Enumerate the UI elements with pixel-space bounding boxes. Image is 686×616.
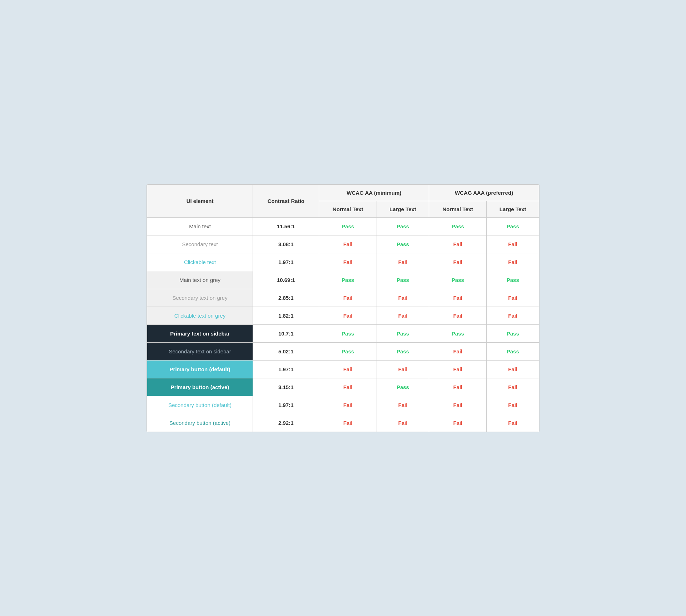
aaa-normal-cell: Fail [429,360,487,378]
aa-large-cell: Pass [377,342,429,360]
aa-large-cell: Fail [377,414,429,432]
aa-normal-cell: Pass [319,342,377,360]
aaa-normal-cell: Fail [429,342,487,360]
aaa-large-cell: Pass [487,324,539,342]
wcag-aaa-col-header: WCAG AAA (preferred) [429,184,539,201]
contrast-ratio-cell: 11.56:1 [253,217,319,235]
table-row: Secondary button (active) 2.92:1 Fail Fa… [147,414,539,432]
aaa-large-cell: Fail [487,235,539,253]
aaa-normal-cell: Pass [429,217,487,235]
table-row: Secondary text 3.08:1 Fail Pass Fail Fai… [147,235,539,253]
ui-element-cell: Secondary button (default) [147,396,253,414]
aaa-large-text-header: Large Text [487,201,539,217]
aaa-normal-cell: Pass [429,324,487,342]
table-row: Main text on grey 10.69:1 Pass Pass Pass… [147,271,539,289]
contrast-table: UI element Contrast Ratio WCAG AA (minim… [147,184,539,432]
ui-element-cell: Secondary text on sidebar [147,342,253,360]
contrast-ratio-cell: 5.02:1 [253,342,319,360]
contrast-ratio-cell: 1.97:1 [253,253,319,271]
table-row: Primary button (active) 3.15:1 Fail Pass… [147,378,539,396]
aaa-normal-cell: Fail [429,307,487,324]
aa-large-cell: Fail [377,360,429,378]
aaa-normal-cell: Pass [429,271,487,289]
aa-normal-cell: Pass [319,217,377,235]
aa-normal-cell: Pass [319,324,377,342]
contrast-ratio-cell: 1.82:1 [253,307,319,324]
aa-large-cell: Pass [377,217,429,235]
aa-large-cell: Fail [377,307,429,324]
aa-normal-text-header: Normal Text [319,201,377,217]
contrast-table-container: UI element Contrast Ratio WCAG AA (minim… [146,184,540,432]
contrast-ratio-cell: 10.69:1 [253,271,319,289]
aa-large-cell: Fail [377,253,429,271]
ui-element-col-header: UI element [147,184,253,217]
table-row: Secondary button (default) 1.97:1 Fail F… [147,396,539,414]
table-row: Main text 11.56:1 Pass Pass Pass Pass [147,217,539,235]
wcag-aa-col-header: WCAG AA (minimum) [319,184,429,201]
contrast-ratio-cell: 2.85:1 [253,289,319,307]
aa-normal-cell: Fail [319,235,377,253]
aa-large-text-header: Large Text [377,201,429,217]
aa-large-cell: Pass [377,271,429,289]
aa-large-cell: Fail [377,396,429,414]
aa-normal-cell: Fail [319,289,377,307]
table-row: Primary text on sidebar 10.7:1 Pass Pass… [147,324,539,342]
aaa-normal-text-header: Normal Text [429,201,487,217]
ui-element-cell: Primary button (default) [147,360,253,378]
ui-element-cell: Main text [147,217,253,235]
aaa-large-cell: Fail [487,307,539,324]
contrast-ratio-col-header: Contrast Ratio [253,184,319,217]
ui-element-cell: Secondary button (active) [147,414,253,432]
aa-normal-cell: Fail [319,378,377,396]
aa-normal-cell: Fail [319,307,377,324]
aaa-normal-cell: Fail [429,378,487,396]
aaa-large-cell: Fail [487,396,539,414]
aaa-large-cell: Fail [487,253,539,271]
ui-element-cell: Secondary text on grey [147,289,253,307]
aa-normal-cell: Pass [319,271,377,289]
ui-element-cell: Secondary text [147,235,253,253]
aaa-large-cell: Pass [487,217,539,235]
aa-normal-cell: Fail [319,360,377,378]
aaa-normal-cell: Fail [429,414,487,432]
aaa-normal-cell: Fail [429,235,487,253]
contrast-ratio-cell: 10.7:1 [253,324,319,342]
aa-large-cell: Pass [377,235,429,253]
ui-element-cell: Primary button (active) [147,378,253,396]
aa-large-cell: Pass [377,324,429,342]
table-row: Secondary text on grey 2.85:1 Fail Fail … [147,289,539,307]
aaa-large-cell: Fail [487,378,539,396]
contrast-ratio-cell: 2.92:1 [253,414,319,432]
aa-normal-cell: Fail [319,253,377,271]
aaa-large-cell: Fail [487,289,539,307]
aaa-normal-cell: Fail [429,253,487,271]
table-row: Primary button (default) 1.97:1 Fail Fai… [147,360,539,378]
aaa-normal-cell: Fail [429,396,487,414]
table-row: Clickable text 1.97:1 Fail Fail Fail Fai… [147,253,539,271]
aaa-large-cell: Pass [487,271,539,289]
aaa-large-cell: Fail [487,360,539,378]
contrast-ratio-cell: 1.97:1 [253,396,319,414]
table-row: Secondary text on sidebar 5.02:1 Pass Pa… [147,342,539,360]
aaa-large-cell: Pass [487,342,539,360]
aaa-large-cell: Fail [487,414,539,432]
contrast-ratio-cell: 3.15:1 [253,378,319,396]
aa-normal-cell: Fail [319,414,377,432]
aa-large-cell: Fail [377,289,429,307]
aa-normal-cell: Fail [319,396,377,414]
contrast-ratio-cell: 1.97:1 [253,360,319,378]
ui-element-cell: Primary text on sidebar [147,324,253,342]
aa-large-cell: Pass [377,378,429,396]
contrast-ratio-cell: 3.08:1 [253,235,319,253]
table-row: Clickable text on grey 1.82:1 Fail Fail … [147,307,539,324]
ui-element-cell: Main text on grey [147,271,253,289]
ui-element-cell: Clickable text [147,253,253,271]
aaa-normal-cell: Fail [429,289,487,307]
ui-element-cell: Clickable text on grey [147,307,253,324]
